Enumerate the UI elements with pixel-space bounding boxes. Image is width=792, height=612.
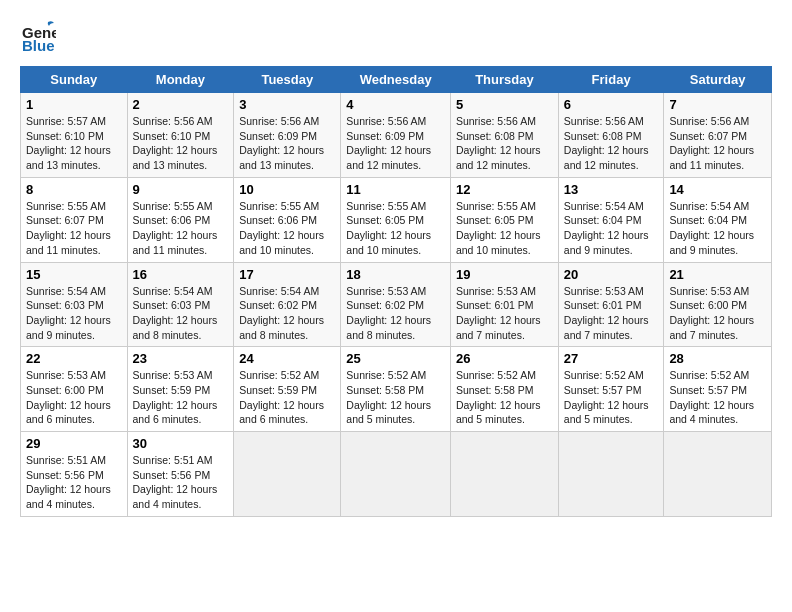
calendar-cell (558, 432, 664, 517)
day-number: 17 (239, 267, 335, 282)
calendar-cell: 1Sunrise: 5:57 AM Sunset: 6:10 PM Daylig… (21, 93, 128, 178)
day-info: Sunrise: 5:53 AM Sunset: 5:59 PM Dayligh… (133, 368, 229, 427)
day-number: 13 (564, 182, 659, 197)
calendar-cell: 10Sunrise: 5:55 AM Sunset: 6:06 PM Dayli… (234, 177, 341, 262)
calendar-cell: 16Sunrise: 5:54 AM Sunset: 6:03 PM Dayli… (127, 262, 234, 347)
day-number: 9 (133, 182, 229, 197)
day-number: 3 (239, 97, 335, 112)
day-number: 11 (346, 182, 445, 197)
day-number: 1 (26, 97, 122, 112)
logo-icon: General Blue (20, 18, 56, 54)
calendar-cell: 28Sunrise: 5:52 AM Sunset: 5:57 PM Dayli… (664, 347, 772, 432)
day-info: Sunrise: 5:52 AM Sunset: 5:57 PM Dayligh… (669, 368, 766, 427)
day-number: 28 (669, 351, 766, 366)
day-number: 29 (26, 436, 122, 451)
day-number: 6 (564, 97, 659, 112)
calendar-cell (234, 432, 341, 517)
day-info: Sunrise: 5:56 AM Sunset: 6:07 PM Dayligh… (669, 114, 766, 173)
weekday-header-monday: Monday (127, 67, 234, 93)
calendar-cell: 12Sunrise: 5:55 AM Sunset: 6:05 PM Dayli… (450, 177, 558, 262)
day-info: Sunrise: 5:54 AM Sunset: 6:03 PM Dayligh… (26, 284, 122, 343)
day-info: Sunrise: 5:52 AM Sunset: 5:59 PM Dayligh… (239, 368, 335, 427)
calendar-cell: 19Sunrise: 5:53 AM Sunset: 6:01 PM Dayli… (450, 262, 558, 347)
calendar-cell: 20Sunrise: 5:53 AM Sunset: 6:01 PM Dayli… (558, 262, 664, 347)
day-info: Sunrise: 5:52 AM Sunset: 5:58 PM Dayligh… (456, 368, 553, 427)
day-info: Sunrise: 5:54 AM Sunset: 6:04 PM Dayligh… (669, 199, 766, 258)
weekday-header-friday: Friday (558, 67, 664, 93)
day-info: Sunrise: 5:53 AM Sunset: 6:00 PM Dayligh… (26, 368, 122, 427)
day-info: Sunrise: 5:57 AM Sunset: 6:10 PM Dayligh… (26, 114, 122, 173)
day-info: Sunrise: 5:56 AM Sunset: 6:09 PM Dayligh… (239, 114, 335, 173)
day-info: Sunrise: 5:53 AM Sunset: 6:02 PM Dayligh… (346, 284, 445, 343)
calendar-cell: 3Sunrise: 5:56 AM Sunset: 6:09 PM Daylig… (234, 93, 341, 178)
calendar-cell: 22Sunrise: 5:53 AM Sunset: 6:00 PM Dayli… (21, 347, 128, 432)
day-number: 26 (456, 351, 553, 366)
day-number: 19 (456, 267, 553, 282)
calendar-cell: 8Sunrise: 5:55 AM Sunset: 6:07 PM Daylig… (21, 177, 128, 262)
day-info: Sunrise: 5:55 AM Sunset: 6:07 PM Dayligh… (26, 199, 122, 258)
calendar-cell: 27Sunrise: 5:52 AM Sunset: 5:57 PM Dayli… (558, 347, 664, 432)
calendar-cell: 21Sunrise: 5:53 AM Sunset: 6:00 PM Dayli… (664, 262, 772, 347)
calendar-cell: 26Sunrise: 5:52 AM Sunset: 5:58 PM Dayli… (450, 347, 558, 432)
day-number: 7 (669, 97, 766, 112)
day-info: Sunrise: 5:52 AM Sunset: 5:57 PM Dayligh… (564, 368, 659, 427)
week-row-4: 22Sunrise: 5:53 AM Sunset: 6:00 PM Dayli… (21, 347, 772, 432)
day-info: Sunrise: 5:53 AM Sunset: 6:01 PM Dayligh… (456, 284, 553, 343)
day-number: 16 (133, 267, 229, 282)
calendar-cell: 29Sunrise: 5:51 AM Sunset: 5:56 PM Dayli… (21, 432, 128, 517)
header: General Blue (20, 18, 772, 54)
day-number: 18 (346, 267, 445, 282)
day-number: 5 (456, 97, 553, 112)
calendar-cell: 24Sunrise: 5:52 AM Sunset: 5:59 PM Dayli… (234, 347, 341, 432)
svg-text:Blue: Blue (22, 37, 55, 54)
day-info: Sunrise: 5:55 AM Sunset: 6:05 PM Dayligh… (346, 199, 445, 258)
logo: General Blue (20, 18, 58, 54)
day-number: 24 (239, 351, 335, 366)
day-info: Sunrise: 5:56 AM Sunset: 6:08 PM Dayligh… (456, 114, 553, 173)
weekday-header-saturday: Saturday (664, 67, 772, 93)
week-row-5: 29Sunrise: 5:51 AM Sunset: 5:56 PM Dayli… (21, 432, 772, 517)
calendar-cell: 13Sunrise: 5:54 AM Sunset: 6:04 PM Dayli… (558, 177, 664, 262)
calendar-cell: 30Sunrise: 5:51 AM Sunset: 5:56 PM Dayli… (127, 432, 234, 517)
calendar-cell: 23Sunrise: 5:53 AM Sunset: 5:59 PM Dayli… (127, 347, 234, 432)
day-number: 14 (669, 182, 766, 197)
day-info: Sunrise: 5:52 AM Sunset: 5:58 PM Dayligh… (346, 368, 445, 427)
day-number: 15 (26, 267, 122, 282)
day-info: Sunrise: 5:54 AM Sunset: 6:03 PM Dayligh… (133, 284, 229, 343)
week-row-2: 8Sunrise: 5:55 AM Sunset: 6:07 PM Daylig… (21, 177, 772, 262)
day-info: Sunrise: 5:56 AM Sunset: 6:08 PM Dayligh… (564, 114, 659, 173)
weekday-header-row: SundayMondayTuesdayWednesdayThursdayFrid… (21, 67, 772, 93)
day-number: 8 (26, 182, 122, 197)
day-number: 21 (669, 267, 766, 282)
day-number: 10 (239, 182, 335, 197)
day-info: Sunrise: 5:55 AM Sunset: 6:06 PM Dayligh… (133, 199, 229, 258)
weekday-header-thursday: Thursday (450, 67, 558, 93)
calendar-cell (664, 432, 772, 517)
calendar-cell: 7Sunrise: 5:56 AM Sunset: 6:07 PM Daylig… (664, 93, 772, 178)
calendar-cell: 4Sunrise: 5:56 AM Sunset: 6:09 PM Daylig… (341, 93, 451, 178)
calendar-cell: 18Sunrise: 5:53 AM Sunset: 6:02 PM Dayli… (341, 262, 451, 347)
week-row-1: 1Sunrise: 5:57 AM Sunset: 6:10 PM Daylig… (21, 93, 772, 178)
day-info: Sunrise: 5:55 AM Sunset: 6:06 PM Dayligh… (239, 199, 335, 258)
day-number: 2 (133, 97, 229, 112)
calendar-cell: 15Sunrise: 5:54 AM Sunset: 6:03 PM Dayli… (21, 262, 128, 347)
calendar-table: SundayMondayTuesdayWednesdayThursdayFrid… (20, 66, 772, 517)
day-number: 4 (346, 97, 445, 112)
day-number: 22 (26, 351, 122, 366)
day-info: Sunrise: 5:56 AM Sunset: 6:09 PM Dayligh… (346, 114, 445, 173)
calendar-cell (450, 432, 558, 517)
day-info: Sunrise: 5:55 AM Sunset: 6:05 PM Dayligh… (456, 199, 553, 258)
weekday-header-sunday: Sunday (21, 67, 128, 93)
calendar-cell: 11Sunrise: 5:55 AM Sunset: 6:05 PM Dayli… (341, 177, 451, 262)
week-row-3: 15Sunrise: 5:54 AM Sunset: 6:03 PM Dayli… (21, 262, 772, 347)
calendar-cell: 25Sunrise: 5:52 AM Sunset: 5:58 PM Dayli… (341, 347, 451, 432)
calendar-page: General Blue SundayMondayTuesdayWednesda… (0, 0, 792, 612)
day-info: Sunrise: 5:54 AM Sunset: 6:02 PM Dayligh… (239, 284, 335, 343)
calendar-cell: 6Sunrise: 5:56 AM Sunset: 6:08 PM Daylig… (558, 93, 664, 178)
day-number: 27 (564, 351, 659, 366)
day-number: 12 (456, 182, 553, 197)
calendar-cell: 9Sunrise: 5:55 AM Sunset: 6:06 PM Daylig… (127, 177, 234, 262)
day-info: Sunrise: 5:51 AM Sunset: 5:56 PM Dayligh… (26, 453, 122, 512)
calendar-cell: 17Sunrise: 5:54 AM Sunset: 6:02 PM Dayli… (234, 262, 341, 347)
day-number: 30 (133, 436, 229, 451)
